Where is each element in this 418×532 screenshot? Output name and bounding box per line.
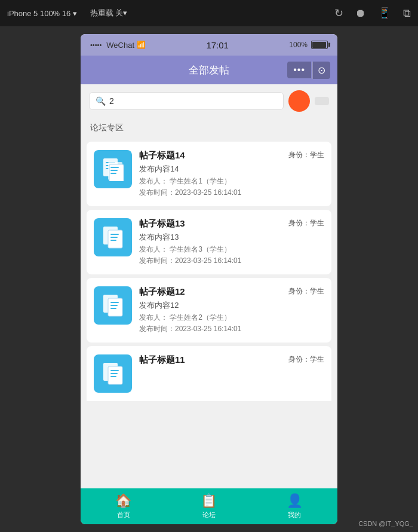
svg-rect-17 — [110, 305, 118, 306]
app-header: 全部发帖 ••• ⊙ — [81, 56, 337, 84]
post-title: 帖子标题12 — [139, 286, 185, 298]
post-content: 帖子标题12 身份：学生 发布内容12 发布人： 学生姓名2（学生） 发布时间：… — [139, 286, 324, 334]
more-button[interactable]: ••• — [287, 62, 311, 78]
profile-icon: 👤 — [287, 493, 303, 509]
phone-icon[interactable]: 📱 — [378, 7, 391, 20]
svg-rect-7 — [110, 170, 118, 171]
search-input-wrap: 🔍 — [89, 92, 284, 110]
svg-rect-13 — [110, 240, 116, 241]
post-role: 身份：学生 — [288, 354, 324, 365]
post-role: 身份：学生 — [288, 286, 324, 296]
svg-rect-23 — [110, 376, 116, 377]
device-label: iPhone 5 100% 16 ▾ — [7, 9, 77, 18]
post-body: 发布内容12 — [139, 300, 324, 311]
svg-rect-12 — [110, 237, 118, 238]
nav-item-profile[interactable]: 👤 我的 — [252, 488, 337, 524]
svg-rect-20 — [108, 366, 122, 384]
battery-percent: 100% — [289, 41, 308, 49]
post-list: 帖子标题14 身份：学生 发布内容14 发布人： 学生姓名1（学生） 发布时间：… — [81, 138, 337, 488]
post-title: 帖子标题14 — [139, 150, 185, 161]
home-icon: 🏠 — [115, 493, 131, 509]
svg-rect-22 — [110, 373, 118, 374]
list-item[interactable]: 帖子标题13 身份：学生 发布内容13 发布人： 学生姓名3（学生） 发布时间：… — [87, 210, 331, 274]
post-body: 发布内容14 — [139, 164, 324, 175]
svg-rect-18 — [110, 308, 116, 309]
svg-rect-16 — [110, 302, 119, 303]
copy-icon[interactable]: ⧉ — [403, 7, 411, 20]
post-title-row: 帖子标题13 身份：学生 — [139, 218, 324, 230]
record-icon[interactable]: ⏺ — [355, 7, 366, 20]
nav-label-forum: 论坛 — [202, 510, 216, 519]
svg-rect-6 — [110, 167, 119, 168]
wifi-icon: 📶 — [137, 41, 146, 49]
bottom-nav: 🏠 首页 📋 论坛 👤 我的 — [81, 488, 337, 524]
post-role: 身份：学生 — [288, 218, 324, 228]
nav-item-home[interactable]: 🏠 首页 — [81, 488, 166, 524]
watermark: CSDN @IT_YQG_ — [358, 520, 413, 527]
post-content: 帖子标题11 身份：学生 — [139, 354, 324, 368]
post-role: 身份：学生 — [288, 150, 324, 160]
post-body: 发布内容13 — [139, 232, 324, 243]
battery-icon — [311, 41, 328, 49]
post-avatar — [94, 354, 132, 393]
post-author: 发布人： 学生姓名1（学生） — [139, 176, 324, 186]
list-item[interactable]: 帖子标题14 身份：学生 发布内容14 发布人： 学生姓名1（学生） 发布时间：… — [87, 142, 331, 206]
dev-toolbar-left: iPhone 5 100% 16 ▾ 热重载 关▾ — [7, 8, 128, 19]
status-bar: ••••• WeChat 📶 17:01 100% — [81, 34, 337, 56]
post-author: 发布人： 学生姓名3（学生） — [139, 244, 324, 255]
svg-rect-8 — [110, 173, 116, 174]
post-title-row: 帖子标题14 身份：学生 — [139, 150, 324, 161]
search-bar: 🔍 — [81, 84, 337, 118]
list-item[interactable]: 帖子标题12 身份：学生 发布内容12 发布人： 学生姓名2（学生） 发布时间：… — [87, 278, 331, 343]
search-input[interactable] — [109, 96, 277, 106]
svg-rect-10 — [108, 230, 122, 248]
hot-reload-label[interactable]: 热重载 关▾ — [90, 8, 128, 19]
post-title-row: 帖子标题12 身份：学生 — [139, 286, 324, 298]
post-author: 发布人： 学生姓名2（学生） — [139, 313, 324, 323]
signal-dots: ••••• WeChat 📶 — [90, 41, 146, 50]
dev-toolbar: iPhone 5 100% 16 ▾ 热重载 关▾ ↻ ⏺ 📱 ⧉ — [0, 0, 418, 26]
search-icon: 🔍 — [96, 96, 106, 106]
search-button[interactable] — [315, 97, 329, 105]
svg-rect-21 — [110, 370, 119, 371]
phone-frame: ••••• WeChat 📶 17:01 100% 全部发帖 ••• ⊙ 🔍 论… — [81, 34, 337, 524]
svg-rect-15 — [108, 298, 122, 316]
nav-label-home: 首页 — [117, 510, 130, 519]
forum-icon: 📋 — [201, 493, 217, 509]
dev-toolbar-right: ↻ ⏺ 📱 ⧉ — [334, 7, 411, 20]
nav-item-forum[interactable]: 📋 论坛 — [166, 488, 251, 524]
post-time: 发布时间：2023-03-25 16:14:01 — [139, 324, 324, 334]
post-avatar — [94, 150, 132, 188]
record-button[interactable]: ⊙ — [312, 62, 330, 79]
post-content: 帖子标题14 身份：学生 发布内容14 发布人： 学生姓名1（学生） 发布时间：… — [139, 150, 324, 198]
section-label: 论坛专区 — [81, 118, 337, 138]
post-title: 帖子标题11 — [139, 354, 185, 366]
status-time: 17:01 — [146, 40, 289, 50]
status-right: 100% — [289, 41, 328, 49]
post-time: 发布时间：2023-03-25 16:14:01 — [139, 256, 324, 266]
post-content: 帖子标题13 身份：学生 发布内容13 发布人： 学生姓名3（学生） 发布时间：… — [139, 218, 324, 266]
nav-label-profile: 我的 — [288, 510, 301, 519]
post-time: 发布时间：2023-03-25 16:14:01 — [139, 188, 324, 198]
app-name: WeChat — [106, 41, 134, 50]
post-avatar — [94, 218, 132, 256]
refresh-icon[interactable]: ↻ — [334, 7, 343, 20]
post-title-row: 帖子标题11 身份：学生 — [139, 354, 324, 366]
record-dot[interactable] — [288, 90, 310, 112]
list-item[interactable]: 帖子标题11 身份：学生 — [87, 346, 331, 401]
svg-rect-11 — [110, 234, 119, 235]
header-title: 全部发帖 — [189, 63, 229, 77]
post-avatar — [94, 286, 132, 325]
header-actions: ••• ⊙ — [287, 62, 330, 79]
post-title: 帖子标题13 — [139, 218, 185, 230]
